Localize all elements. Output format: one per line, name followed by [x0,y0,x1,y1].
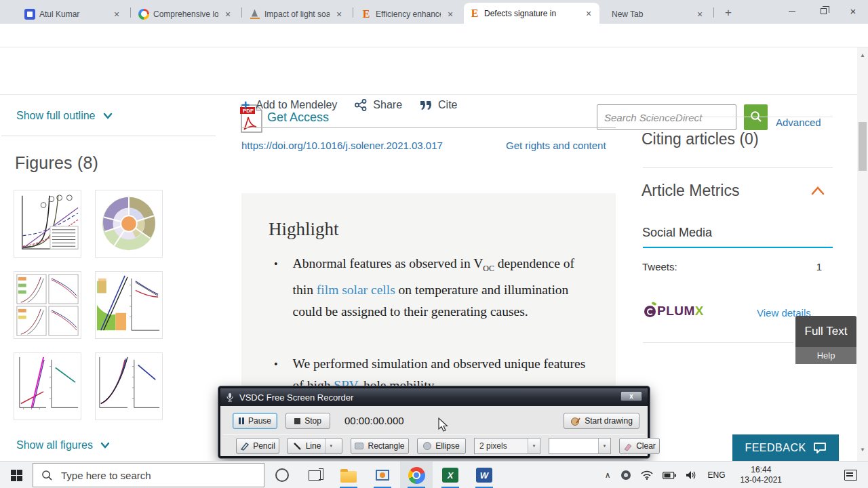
figure-thumbnail-3[interactable] [14,271,81,339]
dropdown-arrow-icon[interactable]: ▼ [528,439,540,453]
figure-thumbnail-1[interactable] [14,190,81,258]
word-taskbar-button[interactable]: W [468,462,500,488]
tab-title: Defects signature in [484,9,579,18]
stop-icon [294,418,300,424]
line-icon [293,442,302,451]
figure-thumbnail-2[interactable] [95,190,163,258]
show-all-figures-link[interactable]: Show all figures [16,439,111,451]
tab-close-icon[interactable]: × [111,9,122,20]
social-media-tab[interactable]: Social Media [642,226,712,240]
tab-close-icon[interactable]: × [334,9,344,20]
figure-thumbnail-4[interactable] [95,271,163,339]
feedback-button[interactable]: FEEDBACK [732,434,839,461]
journal-favicon [250,9,260,20]
window-restore-button[interactable] [808,0,838,22]
start-drawing-button[interactable]: Start drawing [564,413,639,429]
collapse-chevron-up-icon[interactable] [811,186,825,195]
figure-thumbnail-6[interactable] [95,352,163,420]
tab-close-icon[interactable]: × [445,9,456,20]
language-indicator[interactable]: ENG [708,470,726,480]
tray-overflow-chevron[interactable]: ∧ [605,470,611,480]
share-button[interactable]: Share [355,99,402,111]
get-rights-link[interactable]: Get rights and content [506,140,606,151]
tray-app-icon[interactable] [620,470,631,481]
action-center-icon[interactable] [844,470,857,481]
pencil-button[interactable]: Pencil [236,438,279,454]
help-button[interactable]: Help [795,347,856,364]
pause-icon [239,418,244,424]
tab-new-tab[interactable]: New Tab × [602,4,711,24]
stop-button[interactable]: Stop [285,413,330,429]
scroll-up-arrow[interactable]: ▲ [857,50,868,61]
tweets-value: 1 [816,261,822,272]
show-full-outline-link[interactable]: Show full outline [16,110,113,122]
file-explorer-button[interactable] [332,462,365,488]
film-solar-cells-link[interactable]: film solar cells [317,283,395,297]
cite-quote-icon [420,100,432,110]
windows-taskbar: X W ∧ ENG 16:44 13-04-2021 [0,461,868,488]
sciencedirect-search-input[interactable] [597,104,736,130]
system-tray: ∧ ENG 16:44 13-04-2021 [600,462,868,488]
chevron-down-icon [100,440,111,451]
scrollbar-thumb[interactable] [859,122,867,171]
plumx-logo[interactable]: PLUM X [644,304,704,319]
task-view-button[interactable] [298,462,331,488]
taskbar-search-input[interactable] [61,470,231,481]
vsdc-app-icon [376,470,389,481]
window-close-button[interactable]: × [838,0,868,22]
search-submit-button[interactable] [744,104,768,130]
vsdc-recorder-window[interactable]: VSDC Free Screen Recorder x Pause Stop 0… [218,386,650,458]
start-button[interactable] [0,462,33,488]
pause-button[interactable]: Pause [233,413,277,429]
color-dropdown[interactable]: ▼ [549,438,611,454]
excel-taskbar-button[interactable]: X [434,462,467,488]
tab-title: Atul Kumar [39,9,107,19]
feedback-label: FEEDBACK [745,442,806,454]
plus-icon: + [241,99,250,111]
vsdc-title-bar[interactable]: VSDC Free Screen Recorder x [220,388,648,406]
doi-link[interactable]: https://doi.org/10.1016/j.solener.2021.0… [241,140,443,151]
volume-icon[interactable] [686,470,696,480]
line-button[interactable]: Line ▼ [287,438,342,454]
share-label: Share [373,99,402,111]
advanced-search-link[interactable]: Advanced [776,117,821,128]
add-to-mendeley-button[interactable]: + Add to Mendeley [241,99,337,111]
chrome-icon [408,467,425,484]
line-width-dropdown[interactable]: 2 pixels ▼ [474,438,540,454]
tab-impact-light-soaking[interactable]: Impact of light soaki × [244,4,350,24]
taskbar-clock[interactable]: 16:44 13-04-2021 [741,465,782,485]
ellipse-button[interactable]: Ellipse [417,438,466,454]
tab-close-icon[interactable]: × [222,9,233,20]
rectangle-button[interactable]: Rectangle [351,438,409,454]
new-tab-button[interactable]: + [720,5,736,22]
get-access-link[interactable]: Get Access [267,110,329,125]
wifi-icon[interactable] [641,470,653,480]
tab-atul-kumar[interactable]: Atul Kumar × [19,4,127,24]
scroll-down-arrow[interactable]: ▼ [857,445,868,455]
figure-thumbnail-5[interactable] [14,352,81,420]
tab-efficiency-enhancement[interactable]: E Efficiency enhancem × [355,4,461,24]
tab-close-icon[interactable]: × [583,8,594,19]
tab-close-icon[interactable]: × [694,9,705,20]
chrome-taskbar-button[interactable] [400,462,433,488]
tab-comprehensive-loss[interactable]: Comprehensive loss × [133,4,239,24]
share-icon [355,99,367,111]
cortana-button[interactable] [266,462,298,488]
line-dropdown-arrow[interactable]: ▼ [325,439,336,453]
page-scrollbar[interactable]: ▲ ▼ [857,47,868,461]
dropdown-arrow-icon[interactable]: ▼ [598,439,610,453]
vsdc-close-button[interactable]: x [620,391,642,401]
cite-button[interactable]: Cite [420,99,457,111]
full-text-overlay-button[interactable]: Full Text [795,316,856,347]
line-width-value: 2 pixels [475,441,528,451]
screen: Atul Kumar × Comprehensive loss × Impact… [0,0,868,488]
figures-heading: Figures (8) [15,153,98,173]
tab-separator [353,7,353,18]
social-media-active-underline [643,247,833,248]
battery-icon[interactable] [663,472,676,479]
clear-button[interactable]: Clear [619,438,660,454]
tab-defects-signature-active[interactable]: E Defects signature in × [464,3,599,24]
window-minimize-button[interactable] [777,0,807,22]
vsdc-taskbar-button[interactable] [366,462,399,488]
taskbar-search-box[interactable] [33,463,264,487]
